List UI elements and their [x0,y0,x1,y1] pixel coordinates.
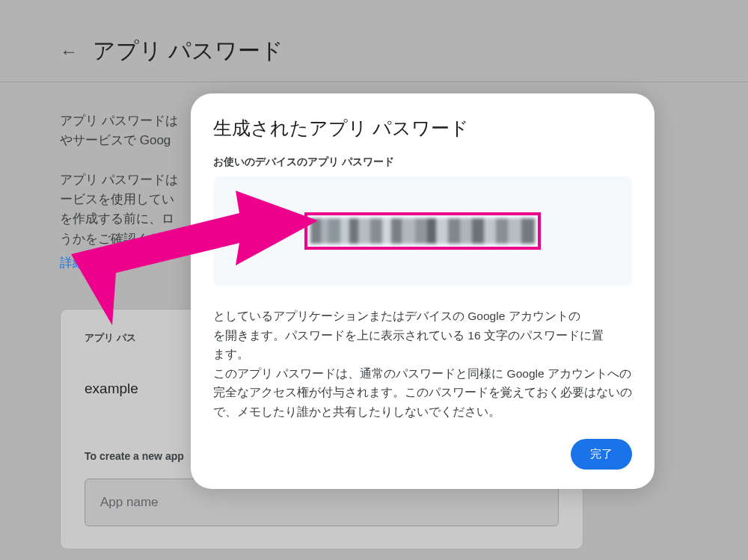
input-placeholder: App name [100,495,159,509]
done-button[interactable]: 完了 [571,439,632,470]
text-line: ービスを使用してい [60,192,174,206]
text-line: アプリ パスワードは [60,114,178,128]
details-link[interactable]: 詳細 [60,256,85,270]
modal-subtitle: お使いのデバイスのアプリ パスワード [213,156,632,169]
text-line: アプリ パスワードは [60,173,178,187]
text-line: を作成する前に、ロ [60,212,174,226]
page-title: アプリ パスワード [93,36,283,67]
back-arrow-icon[interactable]: ← [60,41,78,62]
modal-body-text: としているアプリケーションまたはデバイスの Google アカウントの を開きま… [213,307,632,421]
password-display-box [213,176,632,286]
text-line: うかをご確認くださ [60,232,174,246]
modal-footer: 完了 [213,439,632,470]
modal-title: 生成されたアプリ パスワード [213,116,632,141]
generated-password-modal: 生成されたアプリ パスワード お使いのデバイスのアプリ パスワード としているア… [191,93,654,489]
header-divider [0,81,748,82]
obscured-password [310,218,535,244]
password-highlight-border [304,212,541,250]
page-header: ← アプリ パスワード [60,36,688,80]
text-line: やサービスで Goog [60,133,171,147]
